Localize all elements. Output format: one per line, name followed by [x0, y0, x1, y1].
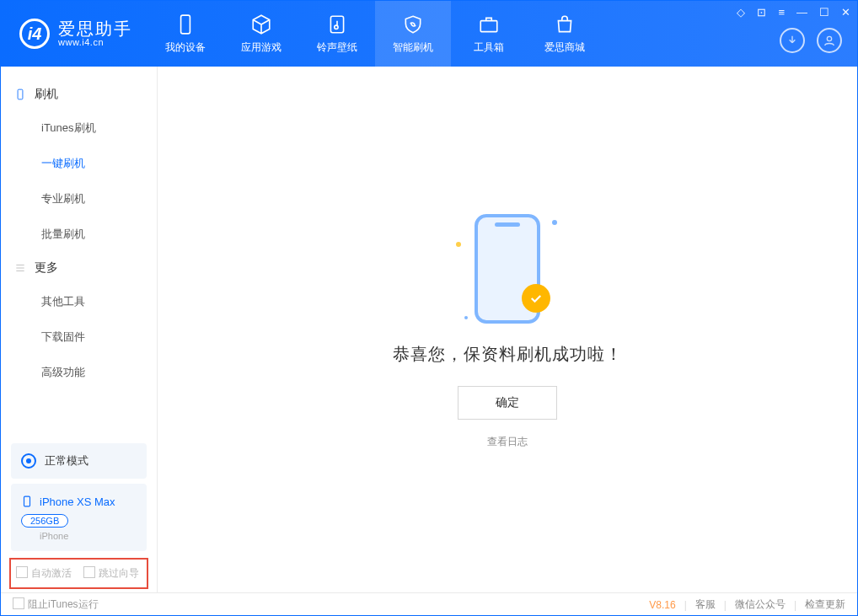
sidebar: 刷机 iTunes刷机 一键刷机 专业刷机 批量刷机 更多 其他工具 下载固件 … [1, 67, 158, 592]
nav-label: 工具箱 [474, 40, 504, 55]
refresh-shield-icon [402, 13, 424, 35]
checkbox-skip-guide[interactable]: 跳过向导 [83, 566, 139, 581]
checkbox-auto-activate[interactable]: 自动激活 [16, 566, 72, 581]
svg-rect-0 [181, 15, 190, 34]
sidebar-item-advanced[interactable]: 高级功能 [1, 355, 157, 390]
nav-label: 爱思商城 [544, 40, 585, 55]
phone-icon [174, 13, 196, 35]
sidebar-item-oneclick-flash[interactable]: 一键刷机 [1, 146, 157, 181]
briefcase-icon [478, 13, 500, 35]
maximize-button[interactable]: ☐ [819, 6, 829, 19]
flash-options-row: 自动激活 跳过向导 [9, 558, 148, 589]
nav-label: 铃声壁纸 [317, 40, 357, 55]
device-icon [14, 88, 26, 100]
device-storage-badge: 256GB [21, 514, 68, 528]
nav-smart-flash[interactable]: 智能刷机 [375, 1, 451, 67]
app-domain: www.i4.cn [58, 37, 132, 47]
music-file-icon [326, 13, 348, 35]
nav-my-device[interactable]: 我的设备 [147, 1, 223, 67]
account-button[interactable] [817, 28, 842, 53]
nav-label: 智能刷机 [393, 40, 433, 55]
close-button[interactable]: ✕ [841, 6, 850, 19]
sidebar-group-flash: 刷机 [1, 78, 157, 110]
device-type: iPhone [40, 531, 137, 541]
sidebar-item-other-tools[interactable]: 其他工具 [1, 284, 157, 319]
nav-toolbox[interactable]: 工具箱 [451, 1, 527, 67]
main-nav: 我的设备 应用游戏 铃声壁纸 智能刷机 工具箱 爱思商城 [147, 1, 603, 67]
list-icon [14, 262, 26, 274]
support-link[interactable]: 客服 [695, 597, 716, 612]
sidebar-item-itunes-flash[interactable]: iTunes刷机 [1, 110, 157, 146]
checkbox-block-itunes[interactable]: 阻止iTunes运行 [13, 597, 99, 612]
view-log-link[interactable]: 查看日志 [487, 435, 528, 449]
download-button[interactable] [780, 28, 805, 53]
status-bar: 阻止iTunes运行 V8.16 | 客服 | 微信公众号 | 检查更新 [1, 592, 857, 616]
app-name: 爱思助手 [58, 20, 132, 37]
sidebar-group-label: 更多 [35, 260, 58, 276]
svg-point-4 [827, 36, 831, 40]
nav-label: 应用游戏 [241, 40, 282, 55]
svg-rect-6 [24, 496, 30, 506]
title-bar: i4 爱思助手 www.i4.cn 我的设备 应用游戏 铃声壁纸 智能刷机 工具… [1, 1, 857, 67]
sidebar-group-more: 更多 [1, 252, 157, 284]
check-update-link[interactable]: 检查更新 [805, 597, 845, 612]
device-info-box[interactable]: iPhone XS Max 256GB iPhone [11, 484, 147, 551]
header-actions [780, 28, 842, 53]
sidebar-group-label: 刷机 [35, 87, 58, 102]
device-mode-label: 正常模式 [45, 453, 88, 469]
success-message: 恭喜您，保资料刷机成功啦！ [393, 343, 623, 366]
skin-icon[interactable]: ◇ [737, 6, 745, 19]
logo-icon: i4 [19, 19, 50, 49]
svg-point-2 [335, 25, 338, 29]
feedback-icon[interactable]: ⊡ [757, 6, 766, 19]
mode-icon [21, 453, 36, 469]
sidebar-item-download-firmware[interactable]: 下载固件 [1, 319, 157, 355]
nav-ringtones[interactable]: 铃声壁纸 [299, 1, 375, 67]
version-label: V8.16 [649, 599, 675, 611]
device-name: iPhone XS Max [40, 495, 115, 508]
device-mode-box[interactable]: 正常模式 [11, 443, 147, 479]
nav-label: 我的设备 [165, 40, 206, 55]
nav-apps[interactable]: 应用游戏 [223, 1, 299, 67]
svg-rect-3 [480, 20, 497, 31]
ok-button[interactable]: 确定 [458, 386, 557, 420]
wechat-link[interactable]: 微信公众号 [735, 597, 786, 612]
cube-icon [250, 13, 272, 35]
sidebar-item-pro-flash[interactable]: 专业刷机 [1, 181, 157, 217]
sidebar-item-batch-flash[interactable]: 批量刷机 [1, 217, 157, 252]
check-badge-icon [522, 284, 550, 313]
nav-store[interactable]: 爱思商城 [527, 1, 603, 67]
window-controls: ◇ ⊡ ≡ — ☐ ✕ [737, 6, 850, 19]
success-illustration [453, 210, 562, 328]
minimize-button[interactable]: — [796, 6, 807, 19]
phone-small-icon [21, 494, 33, 509]
main-content: 恭喜您，保资料刷机成功啦！ 确定 查看日志 [158, 67, 857, 592]
bag-icon [554, 13, 576, 35]
app-logo: i4 爱思助手 www.i4.cn [1, 19, 147, 49]
svg-rect-5 [18, 89, 23, 99]
menu-icon[interactable]: ≡ [778, 6, 785, 19]
